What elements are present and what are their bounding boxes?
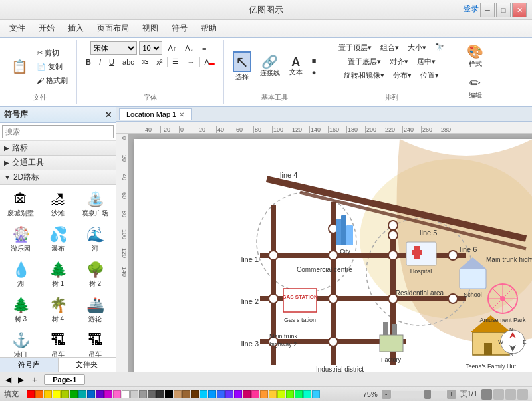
color-swatch-indigo[interactable] bbox=[234, 390, 242, 398]
color-swatch-mint[interactable] bbox=[295, 390, 303, 398]
color-swatch-purple[interactable] bbox=[96, 390, 104, 398]
list-item[interactable]: 🎡 游乐园 bbox=[3, 223, 39, 257]
menu-insert[interactable]: 插入 bbox=[61, 21, 90, 35]
sidebar-close-icon[interactable]: ✕ bbox=[105, 110, 112, 120]
cut-button[interactable]: ✂ 剪切 bbox=[33, 47, 71, 59]
align-button[interactable]: 对齐▾ bbox=[386, 55, 412, 68]
color-swatch-bright-green[interactable] bbox=[286, 390, 294, 398]
menu-page-layout[interactable]: 页面布局 bbox=[90, 21, 136, 35]
color-swatch-cyan[interactable] bbox=[200, 390, 207, 398]
list-item[interactable]: 💦 瀑布 bbox=[40, 223, 76, 257]
superscript-button[interactable]: x² bbox=[153, 57, 166, 67]
font-size-select[interactable]: 10 bbox=[139, 41, 162, 55]
font-family-select[interactable]: 宋体 bbox=[90, 41, 137, 55]
list-item[interactable]: 🌊 河 bbox=[77, 223, 113, 257]
color-swatch-hot-pink[interactable] bbox=[251, 390, 259, 398]
login-button[interactable]: 登录 bbox=[463, 3, 479, 15]
zoom-slider[interactable] bbox=[392, 391, 446, 398]
shape-rect[interactable]: ■ bbox=[309, 55, 320, 66]
maximize-button[interactable]: □ bbox=[496, 3, 511, 17]
menu-start[interactable]: 开始 bbox=[32, 21, 61, 35]
color-swatch-light-gray[interactable] bbox=[130, 390, 138, 398]
list-item[interactable]: ⚓ 港口 bbox=[3, 329, 39, 357]
edit-button[interactable]: ✏ 编辑 bbox=[465, 73, 486, 102]
color-swatch-magenta[interactable] bbox=[104, 390, 112, 398]
position-button[interactable]: 位置▾ bbox=[417, 69, 442, 82]
menu-view[interactable]: 视图 bbox=[136, 21, 165, 35]
close-button[interactable]: ✕ bbox=[512, 3, 527, 17]
copy-button[interactable]: 📄 复制 bbox=[33, 61, 71, 73]
font-color-button[interactable]: A▬ bbox=[201, 57, 217, 67]
style-button[interactable]: 🎨 样式 bbox=[464, 41, 487, 70]
color-swatch-sun[interactable] bbox=[269, 390, 277, 398]
color-swatch-light-blue[interactable] bbox=[312, 390, 320, 398]
color-swatch-black[interactable] bbox=[165, 390, 173, 398]
paste-button[interactable]: 📋 bbox=[8, 58, 31, 75]
color-swatch-amber[interactable] bbox=[260, 390, 268, 398]
text-button[interactable]: A 文本 bbox=[285, 54, 307, 79]
format-painter[interactable]: 🖌 格式刷 bbox=[33, 74, 71, 87]
send-back-button[interactable]: 置于底层▾ bbox=[344, 55, 384, 68]
list-item[interactable]: 🏖 沙滩 bbox=[40, 188, 76, 221]
list-button[interactable]: ☰ bbox=[169, 56, 182, 67]
font-options-button[interactable]: ≡ bbox=[199, 43, 209, 53]
color-swatch-sky-blue[interactable] bbox=[208, 390, 216, 398]
view-mode-1[interactable] bbox=[481, 389, 492, 400]
color-swatch-tan[interactable] bbox=[174, 390, 182, 398]
color-swatch-white[interactable] bbox=[122, 390, 130, 398]
sidebar-category-vehicles[interactable]: ▶ 交通工具 bbox=[0, 156, 116, 170]
menu-file[interactable]: 文件 bbox=[3, 21, 32, 35]
color-swatch-pink[interactable] bbox=[113, 390, 121, 398]
decrease-font-button[interactable]: A↓ bbox=[182, 43, 197, 53]
menu-help[interactable]: 帮助 bbox=[194, 21, 223, 35]
canvas-viewport[interactable]: line 4 line 5 line 6 line 1 line 2 line … bbox=[128, 134, 532, 372]
list-item[interactable]: 🌲 树 1 bbox=[40, 258, 76, 292]
connector-button[interactable]: 🔗 连接线 bbox=[257, 53, 283, 80]
view-mode-2[interactable] bbox=[493, 389, 504, 400]
color-swatch-red[interactable] bbox=[27, 390, 35, 398]
canvas-tab-location-map[interactable]: Location Map 1 ✕ bbox=[119, 108, 192, 120]
sidebar-category-2d[interactable]: ▼ 2D路标 bbox=[0, 170, 116, 185]
prev-page-button[interactable]: ◀ bbox=[3, 374, 14, 385]
sidebar-category-landmarks[interactable]: ▶ 路标 bbox=[0, 141, 116, 156]
color-swatch-dark-gray[interactable] bbox=[148, 390, 156, 398]
color-swatch-darker-gray[interactable] bbox=[156, 390, 164, 398]
canvas-tab-close-icon[interactable]: ✕ bbox=[179, 111, 184, 118]
shape-circle[interactable]: ● bbox=[309, 67, 320, 78]
color-swatch-teal[interactable] bbox=[78, 390, 86, 398]
select-button[interactable]: ↖ 选择 bbox=[229, 49, 255, 84]
list-item[interactable]: 🏗 吊车 bbox=[77, 329, 113, 357]
color-swatch-lime[interactable] bbox=[277, 390, 285, 398]
color-swatch-orange[interactable] bbox=[35, 390, 43, 398]
color-swatch-brown[interactable] bbox=[182, 390, 190, 398]
bring-front-button[interactable]: 置于顶层▾ bbox=[335, 41, 375, 54]
binoculars-button[interactable]: 🔭 bbox=[432, 41, 448, 54]
color-swatch-blue[interactable] bbox=[87, 390, 95, 398]
list-item[interactable]: 🚢 游轮 bbox=[77, 293, 113, 327]
color-swatch-gray[interactable] bbox=[139, 390, 147, 398]
list-item[interactable]: 🌳 树 2 bbox=[77, 258, 113, 292]
subscript-button[interactable]: x₂ bbox=[139, 56, 152, 67]
view-mode-3[interactable] bbox=[505, 389, 516, 400]
next-page-button[interactable]: ▶ bbox=[15, 374, 27, 385]
indent-button[interactable]: → bbox=[184, 57, 198, 67]
size-button[interactable]: 大小▾ bbox=[404, 41, 430, 54]
zoom-slider-thumb[interactable] bbox=[424, 390, 431, 399]
page-tab-1[interactable]: Page-1 bbox=[44, 374, 85, 385]
list-item[interactable]: 🌴 树 4 bbox=[40, 293, 76, 327]
zoom-in-button[interactable]: + bbox=[447, 390, 456, 399]
italic-button[interactable]: I bbox=[96, 57, 104, 67]
color-swatch-crimson[interactable] bbox=[243, 390, 251, 398]
list-item[interactable]: 💧 湖 bbox=[3, 258, 39, 292]
middle-button[interactable]: 居中▾ bbox=[414, 55, 439, 68]
color-swatch-gold[interactable] bbox=[44, 390, 52, 398]
distribute-button[interactable]: 分布▾ bbox=[390, 69, 415, 82]
add-page-button[interactable]: + bbox=[28, 374, 41, 386]
menu-symbol[interactable]: 符号 bbox=[165, 21, 194, 35]
zoom-out-button[interactable]: - bbox=[382, 390, 391, 399]
view-mode-4[interactable] bbox=[517, 389, 528, 400]
search-input[interactable] bbox=[2, 125, 114, 138]
increase-font-button[interactable]: A↑ bbox=[164, 43, 180, 53]
color-swatch-royal-blue[interactable] bbox=[217, 390, 225, 398]
strikethrough-button[interactable]: abc bbox=[119, 57, 138, 67]
